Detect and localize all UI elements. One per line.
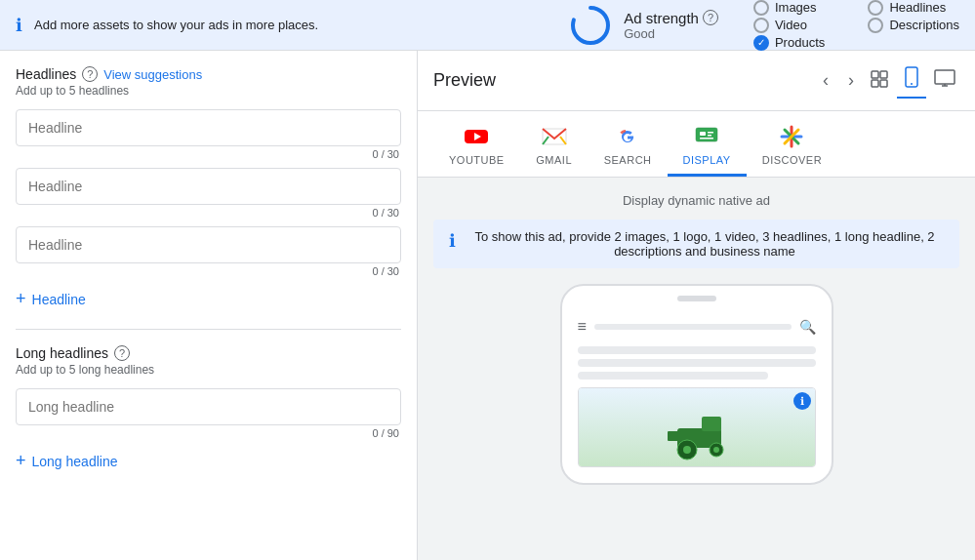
youtube-icon — [463, 123, 490, 150]
svg-rect-3 — [880, 71, 887, 78]
info-banner-icon: ℹ — [449, 230, 456, 252]
headline-char-count-2: 0 / 30 — [16, 207, 401, 219]
long-headlines-section: Long headlines ? Add up to 5 long headli… — [16, 345, 401, 475]
check-images-circle — [753, 0, 769, 16]
svg-point-31 — [713, 447, 719, 453]
tab-display[interactable]: DISPLAY — [668, 111, 747, 177]
add-long-headline-plus-icon: + — [16, 451, 26, 471]
phone-content: ≡ 🔍 — [562, 307, 832, 483]
check-headlines-circle — [868, 0, 883, 16]
headline-input-2[interactable] — [16, 168, 401, 205]
desktop-device-button[interactable] — [930, 63, 959, 98]
headlines-title: Headlines — [16, 66, 76, 82]
tab-youtube[interactable]: YOUTUBE — [433, 111, 520, 177]
svg-rect-19 — [708, 135, 711, 137]
display-icon — [693, 123, 720, 150]
long-headlines-help-icon[interactable]: ? — [114, 345, 130, 361]
tab-display-label: DISPLAY — [683, 154, 731, 166]
right-panel: Preview ‹ › — [418, 51, 975, 560]
check-video: Video — [753, 18, 845, 33]
svg-rect-20 — [700, 138, 713, 140]
headlines-help-icon[interactable]: ? — [82, 66, 98, 82]
desktop-icon — [934, 67, 955, 89]
ad-card: ℹ — [578, 387, 816, 467]
add-long-headline-label: Long headline — [32, 454, 118, 469]
headline-input-group-2: 0 / 30 — [16, 168, 401, 219]
long-headline-char-count-1: 0 / 90 — [16, 427, 401, 439]
left-panel: Headlines ? View suggestions Add up to 5… — [0, 51, 418, 560]
platform-tabs: YOUTUBE GMAIL SEARCH — [418, 111, 975, 178]
ad-strength-title: Ad strength — [624, 10, 699, 26]
check-products-label: Products — [775, 35, 825, 50]
view-suggestions-link[interactable]: View suggestions — [103, 67, 202, 82]
tab-youtube-label: YOUTUBE — [449, 154, 505, 166]
ad-card-image — [579, 388, 815, 466]
long-headline-input-group-1: 0 / 90 — [16, 388, 401, 439]
check-video-label: Video — [775, 18, 807, 32]
tab-discover-label: DISCOVER — [762, 154, 822, 166]
check-headlines: Headlines — [868, 0, 959, 16]
asset-checks: Images Headlines Video Descriptions ✓ Pr… — [753, 0, 959, 51]
info-banner-text: To show this ad, provide 2 images, 1 log… — [466, 229, 944, 259]
preview-header: Preview ‹ › — [418, 51, 975, 111]
headline-input-group-1: 0 / 30 — [16, 109, 401, 160]
tab-search-label: SEARCH — [604, 154, 652, 166]
headlines-section: Headlines ? View suggestions Add up to 5… — [16, 66, 401, 313]
preview-subtitle: Display dynamic native ad — [433, 193, 959, 208]
long-headline-input-1[interactable] — [16, 388, 401, 425]
check-descriptions: Descriptions — [868, 18, 959, 33]
headline-input-3[interactable] — [16, 226, 401, 263]
check-headlines-label: Headlines — [889, 0, 946, 15]
section-divider — [16, 329, 401, 330]
svg-rect-16 — [696, 128, 717, 141]
phone-line-1 — [578, 346, 816, 354]
check-descriptions-label: Descriptions — [889, 18, 959, 32]
ad-strength-icon — [569, 4, 612, 47]
svg-rect-5 — [880, 80, 887, 87]
svg-rect-4 — [872, 80, 878, 87]
check-products-circle: ✓ — [753, 35, 769, 51]
headline-char-count-3: 0 / 30 — [16, 265, 401, 277]
ad-strength-help-icon[interactable]: ? — [703, 10, 718, 25]
phone-device-button[interactable] — [897, 62, 926, 99]
grid-icon — [870, 69, 889, 89]
check-images: Images — [753, 0, 845, 16]
phone-line-3 — [578, 372, 768, 380]
phone-content-lines — [570, 346, 824, 387]
preview-nav-prev[interactable]: ‹ — [815, 66, 836, 95]
ad-strength-value: Good — [624, 26, 718, 41]
main-layout: Headlines ? View suggestions Add up to 5… — [0, 51, 975, 560]
tab-gmail[interactable]: GMAIL — [520, 111, 589, 177]
add-headline-button[interactable]: + Headline — [16, 285, 86, 313]
phone-search-icon: 🔍 — [799, 319, 816, 335]
google-search-icon — [614, 123, 641, 150]
svg-rect-26 — [702, 417, 721, 431]
phone-mockup: ≡ 🔍 — [560, 284, 833, 485]
svg-rect-29 — [668, 431, 681, 441]
svg-rect-8 — [935, 70, 955, 84]
tab-gmail-label: GMAIL — [536, 154, 572, 166]
phone-menu-icon: ≡ — [578, 319, 587, 335]
tab-search[interactable]: SEARCH — [589, 111, 668, 177]
preview-nav-next[interactable]: › — [840, 66, 862, 95]
preview-title: Preview — [433, 70, 496, 91]
grid-view-button[interactable] — [866, 65, 893, 96]
headline-input-group-3: 0 / 30 — [16, 226, 401, 277]
info-banner: ℹ To show this ad, provide 2 images, 1 l… — [433, 220, 959, 268]
top-bar-message: Add more assets to show your ads in more… — [34, 18, 538, 32]
svg-rect-2 — [872, 71, 878, 78]
svg-point-7 — [911, 83, 913, 85]
ad-strength-section: Ad strength ? Good — [569, 4, 718, 47]
headlines-subtitle: Add up to 5 headlines — [16, 84, 401, 98]
svg-rect-18 — [708, 132, 713, 134]
long-headlines-title: Long headlines — [16, 345, 108, 361]
ad-card-info-badge: ℹ — [793, 392, 811, 410]
headline-char-count-1: 0 / 30 — [16, 148, 401, 160]
svg-rect-17 — [700, 132, 706, 136]
phone-topbar: ≡ 🔍 — [570, 315, 824, 339]
ad-strength-text: Ad strength ? Good — [624, 10, 718, 41]
add-long-headline-button[interactable]: + Long headline — [16, 447, 118, 475]
phone-speaker — [677, 296, 716, 301]
tab-discover[interactable]: DISCOVER — [747, 111, 837, 177]
headline-input-1[interactable] — [16, 109, 401, 146]
